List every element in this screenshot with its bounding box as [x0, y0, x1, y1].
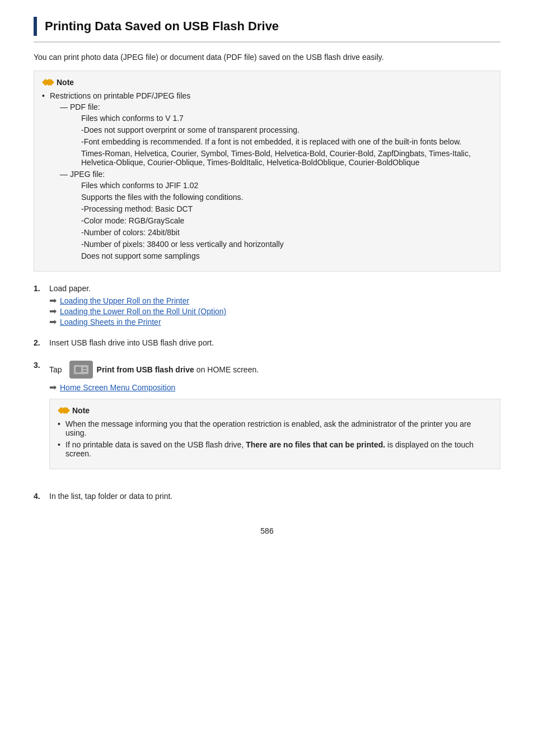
no-files-bold: There are no files that can be printed. — [246, 440, 385, 449]
step-3-number: 3. — [34, 361, 49, 370]
step-1-links: ➡ Loading the Upper Roll on the Printer … — [49, 296, 500, 326]
note-label: Note — [57, 78, 74, 87]
svg-rect-4 — [76, 367, 81, 372]
page-title: Printing Data Saved on USB Flash Drive — [45, 17, 279, 36]
header-bar — [34, 17, 37, 36]
jpeg-detail-0: Files which conforms to JFIF 1.02 — [81, 181, 490, 190]
step-4: 4. In the list, tap folder or data to pr… — [34, 492, 500, 504]
step-1-text: Load paper. — [49, 284, 500, 293]
note-icon — [58, 406, 70, 415]
step-3-content: Tap Print from USB flash drive on HOME s… — [49, 361, 500, 482]
jpeg-detail-6: Does not support some samplings — [81, 251, 490, 260]
link-loading-lower[interactable]: Loading the Lower Roll on the Roll Unit … — [60, 307, 226, 316]
link-loading-sheets[interactable]: Loading Sheets in the Printer — [60, 318, 161, 326]
svg-rect-6 — [83, 370, 87, 372]
step-4-number: 4. — [34, 492, 49, 501]
step-3-note-item-1: If no printable data is saved on the USB… — [58, 440, 490, 458]
step-3-note-item-0: When the message informing you that the … — [58, 419, 490, 437]
step-2-number: 2. — [34, 338, 49, 347]
jpeg-item: JPEG file: Files which conforms to JFIF … — [60, 170, 490, 260]
step-2-content: Insert USB flash drive into USB flash dr… — [49, 338, 500, 351]
jpeg-detail-2: -Processing method: Basic DCT — [81, 204, 490, 213]
arrow-icon: ➡ — [49, 383, 57, 392]
pdf-item: PDF file: Files which conforms to V 1.7 … — [60, 102, 490, 167]
sub-list: PDF file: Files which conforms to V 1.7 … — [50, 102, 490, 260]
step-3-note-list: When the message informing you that the … — [58, 419, 490, 458]
step-1-content: Load paper. ➡ Loading the Upper Roll on … — [49, 284, 500, 328]
page-number: 586 — [260, 526, 273, 535]
arrow-icon: ➡ — [49, 307, 57, 316]
pdf-detail-3: Times-Roman, Helvetica, Courier, Symbol,… — [81, 149, 490, 167]
link-loading-upper[interactable]: Loading the Upper Roll on the Printer — [60, 296, 189, 305]
step-3-link-0: ➡ Home Screen Menu Composition — [49, 383, 500, 392]
arrow-icon: ➡ — [49, 318, 57, 326]
jpeg-details: Files which conforms to JFIF 1.02 Suppor… — [70, 181, 490, 260]
step-1-link-1: ➡ Loading the Lower Roll on the Roll Uni… — [49, 307, 500, 316]
tap-bold: Print from USB flash drive — [97, 365, 194, 374]
jpeg-detail-1: Supports the files with the following co… — [81, 193, 490, 202]
tap-word: Tap — [49, 365, 62, 374]
step-2: 2. Insert USB flash drive into USB flash… — [34, 338, 500, 351]
step-3-note-box: Note When the message informing you that… — [49, 399, 500, 469]
pdf-detail-2: -Font embedding is recommended. If a fon… — [81, 137, 490, 146]
step-1-link-0: ➡ Loading the Upper Roll on the Printer — [49, 296, 500, 305]
step-3-note-header: Note — [58, 406, 490, 415]
pdf-detail-0: Files which conforms to V 1.7 — [81, 114, 490, 123]
step-4-content: In the list, tap folder or data to print… — [49, 492, 500, 504]
arrow-icon: ➡ — [49, 296, 57, 305]
note-icon — [42, 78, 54, 87]
note-header: Note — [42, 78, 490, 87]
step-3-note-label: Note — [72, 406, 90, 415]
step-1-link-2: ➡ Loading Sheets in the Printer — [49, 318, 500, 326]
jpeg-detail-5: -Number of pixels: 38400 or less vertica… — [81, 240, 490, 249]
step-3: 3. Tap Print from USB flash drive on HOM… — [34, 361, 500, 482]
jpeg-detail-4: -Number of colors: 24bit/8bit — [81, 228, 490, 237]
intro-text: You can print photo data (JPEG file) or … — [34, 53, 500, 62]
page-footer: 586 — [34, 526, 500, 535]
note-list-item: Restrictions on printable PDF/JPEG files… — [42, 91, 490, 260]
note-restrictions-list: Restrictions on printable PDF/JPEG files… — [42, 91, 490, 260]
step-4-text: In the list, tap folder or data to print… — [49, 492, 500, 501]
jpeg-detail-3: -Color mode: RGB/GrayScale — [81, 216, 490, 225]
note-box-restrictions: Note Restrictions on printable PDF/JPEG … — [34, 71, 500, 272]
pdf-details: Files which conforms to V 1.7 -Does not … — [70, 114, 490, 167]
pdf-detail-1: -Does not support overprint or some of t… — [81, 125, 490, 134]
link-home-screen[interactable]: Home Screen Menu Composition — [60, 383, 175, 392]
step-1-number: 1. — [34, 284, 49, 293]
step-1: 1. Load paper. ➡ Loading the Upper Roll … — [34, 284, 500, 328]
step-2-text: Insert USB flash drive into USB flash dr… — [49, 338, 500, 347]
step-3-tap-line: Tap Print from USB flash drive on HOME s… — [49, 361, 500, 379]
step-list: 1. Load paper. ➡ Loading the Upper Roll … — [34, 284, 500, 504]
svg-rect-5 — [83, 367, 87, 369]
tap-suffix: on HOME screen. — [196, 365, 259, 374]
step-3-links: ➡ Home Screen Menu Composition — [49, 383, 500, 392]
page-header: Printing Data Saved on USB Flash Drive — [34, 17, 500, 43]
usb-button-icon — [69, 361, 93, 379]
